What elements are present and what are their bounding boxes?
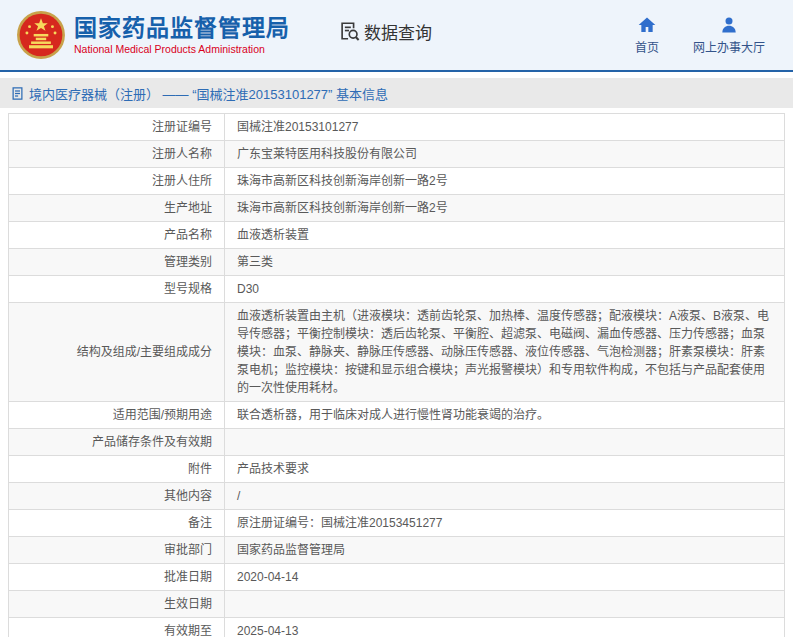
- table-row: 结构及组成/主要组成成分 血液透析装置由主机（进液模块：透前齿轮泵、加热棒、温度…: [9, 303, 785, 402]
- row-label: 型号规格: [164, 282, 212, 296]
- row-value: 珠海市高新区科技创新海岸创新一路2号: [225, 168, 785, 195]
- nav-service-hall-label: 网上办事大厅: [693, 38, 765, 55]
- table-row: 适用范围/预期用途 联合透析器，用于临床对成人进行慢性肾功能衰竭的治疗。: [9, 402, 785, 429]
- row-label: 批准日期: [164, 570, 212, 584]
- row-value: [225, 429, 785, 456]
- row-label: 其他内容: [164, 489, 212, 503]
- row-value: [225, 591, 785, 618]
- table-row: 其他内容 /: [9, 483, 785, 510]
- registration-info-table: 注册证编号 国械注准20153101277 注册人名称 广东宝莱特医用科技股份有…: [8, 113, 785, 637]
- table-row: 生效日期: [9, 591, 785, 618]
- agency-name-en: National Medical Products Administration: [74, 43, 290, 55]
- nav-service-hall[interactable]: 网上办事大厅: [693, 15, 765, 55]
- row-label: 生效日期: [164, 597, 212, 611]
- nav-home[interactable]: 首页: [635, 15, 659, 55]
- table-row: 注册人名称 广东宝莱特医用科技股份有限公司: [9, 141, 785, 168]
- row-value: 2020-04-14: [225, 564, 785, 591]
- table-row: 批准日期 2020-04-14: [9, 564, 785, 591]
- user-icon: [719, 15, 739, 35]
- row-value: 血液透析装置由主机（进液模块：透前齿轮泵、加热棒、温度传感器；配液模块：A液泵、…: [225, 303, 785, 402]
- row-label: 适用范围/预期用途: [113, 408, 212, 422]
- nav-data-query[interactable]: 数据查询: [338, 19, 432, 44]
- row-value: 血液透析装置: [225, 222, 785, 249]
- table-row: 管理类别 第三类: [9, 249, 785, 276]
- row-label: 结构及组成/主要组成成分: [77, 345, 212, 359]
- row-label: 产品名称: [164, 228, 212, 242]
- row-value: /: [225, 483, 785, 510]
- table-row: 有效期至 2025-04-13: [9, 618, 785, 637]
- row-value: 国械注准20153101277: [225, 114, 785, 141]
- row-value: 原注册证编号：国械注准20153451277: [225, 510, 785, 537]
- table-row: 注册人住所 珠海市高新区科技创新海岸创新一路2号: [9, 168, 785, 195]
- row-value: 第三类: [225, 249, 785, 276]
- row-value: 产品技术要求: [225, 456, 785, 483]
- info-table-body: 注册证编号 国械注准20153101277 注册人名称 广东宝莱特医用科技股份有…: [9, 114, 785, 637]
- header-nav: 首页 网上办事大厅: [635, 15, 765, 55]
- document-icon: [10, 86, 25, 101]
- national-emblem-logo: [16, 10, 66, 60]
- data-query-label: 数据查询: [364, 19, 432, 44]
- row-label: 审批部门: [164, 543, 212, 557]
- registration-info-table-wrap: 注册证编号 国械注准20153101277 注册人名称 广东宝莱特医用科技股份有…: [0, 108, 793, 637]
- table-row: 产品名称 血液透析装置: [9, 222, 785, 249]
- row-label: 生产地址: [164, 201, 212, 215]
- nav-home-label: 首页: [635, 38, 659, 55]
- row-label: 产品储存条件及有效期: [92, 435, 212, 449]
- row-label: 备注: [188, 516, 212, 530]
- row-label: 注册证编号: [152, 120, 212, 134]
- row-value: 联合透析器，用于临床对成人进行慢性肾功能衰竭的治疗。: [225, 402, 785, 429]
- agency-name-cn: 国家药品监督管理局: [74, 15, 290, 41]
- row-value: 珠海市高新区科技创新海岸创新一路2号: [225, 195, 785, 222]
- row-label: 注册人名称: [152, 147, 212, 161]
- table-row: 生产地址 珠海市高新区科技创新海岸创新一路2号: [9, 195, 785, 222]
- table-row: 附件 产品技术要求: [9, 456, 785, 483]
- table-row: 型号规格 D30: [9, 276, 785, 303]
- home-icon: [637, 15, 657, 35]
- breadcrumb-text: 境内医疗器械（注册） —— “国械注准20153101277” 基本信息: [29, 84, 388, 103]
- row-label: 有效期至: [164, 624, 212, 637]
- row-label: 注册人住所: [152, 174, 212, 188]
- row-value: D30: [225, 276, 785, 303]
- table-row: 产品储存条件及有效期: [9, 429, 785, 456]
- data-query-icon: [338, 20, 360, 42]
- table-row: 注册证编号 国械注准20153101277: [9, 114, 785, 141]
- table-row: 审批部门 国家药品监督管理局: [9, 537, 785, 564]
- breadcrumb: 境内医疗器械（注册） —— “国械注准20153101277” 基本信息: [0, 78, 793, 108]
- table-row: 备注 原注册证编号：国械注准20153451277: [9, 510, 785, 537]
- row-label: 附件: [188, 462, 212, 476]
- agency-brand: 国家药品监督管理局 National Medical Products Admi…: [16, 10, 290, 60]
- row-label: 管理类别: [164, 255, 212, 269]
- site-header: 国家药品监督管理局 National Medical Products Admi…: [0, 0, 793, 72]
- row-value: 国家药品监督管理局: [225, 537, 785, 564]
- row-value: 2025-04-13: [225, 618, 785, 637]
- row-value: 广东宝莱特医用科技股份有限公司: [225, 141, 785, 168]
